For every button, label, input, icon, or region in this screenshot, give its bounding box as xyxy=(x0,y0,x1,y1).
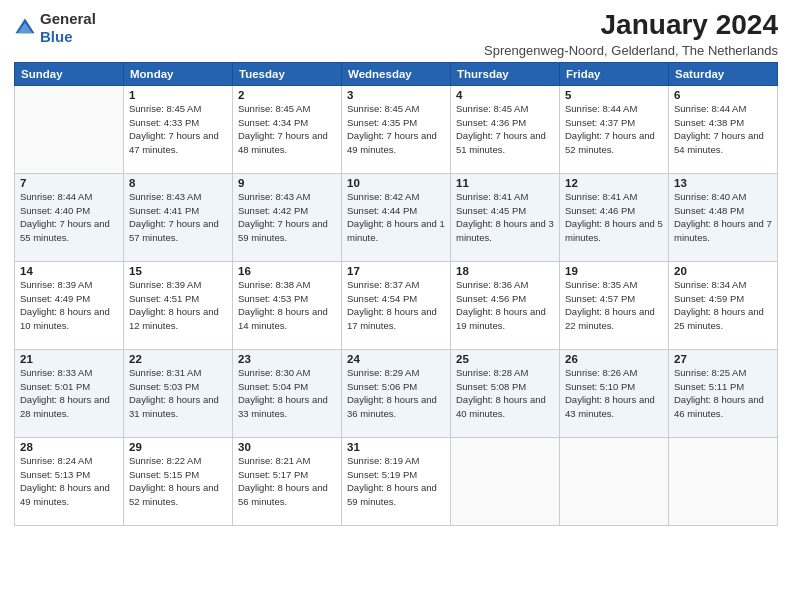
day-info: Sunrise: 8:39 AMSunset: 4:51 PMDaylight:… xyxy=(129,278,227,333)
day-number: 16 xyxy=(238,265,336,277)
day-info: Sunrise: 8:25 AMSunset: 5:11 PMDaylight:… xyxy=(674,366,772,421)
calendar-week-row: 1Sunrise: 8:45 AMSunset: 4:33 PMDaylight… xyxy=(15,85,778,173)
day-number: 6 xyxy=(674,89,772,101)
day-number: 27 xyxy=(674,353,772,365)
weekday-header: Tuesday xyxy=(233,62,342,85)
calendar-cell xyxy=(560,437,669,525)
day-info: Sunrise: 8:31 AMSunset: 5:03 PMDaylight:… xyxy=(129,366,227,421)
calendar-cell: 3Sunrise: 8:45 AMSunset: 4:35 PMDaylight… xyxy=(342,85,451,173)
day-info: Sunrise: 8:44 AMSunset: 4:37 PMDaylight:… xyxy=(565,102,663,157)
calendar-cell: 28Sunrise: 8:24 AMSunset: 5:13 PMDayligh… xyxy=(15,437,124,525)
day-info: Sunrise: 8:28 AMSunset: 5:08 PMDaylight:… xyxy=(456,366,554,421)
day-info: Sunrise: 8:19 AMSunset: 5:19 PMDaylight:… xyxy=(347,454,445,509)
calendar-cell: 8Sunrise: 8:43 AMSunset: 4:41 PMDaylight… xyxy=(124,173,233,261)
day-number: 23 xyxy=(238,353,336,365)
day-info: Sunrise: 8:38 AMSunset: 4:53 PMDaylight:… xyxy=(238,278,336,333)
calendar-cell: 7Sunrise: 8:44 AMSunset: 4:40 PMDaylight… xyxy=(15,173,124,261)
day-number: 28 xyxy=(20,441,118,453)
day-number: 18 xyxy=(456,265,554,277)
day-info: Sunrise: 8:36 AMSunset: 4:56 PMDaylight:… xyxy=(456,278,554,333)
title-block: January 2024 Sprengenweg-Noord, Gelderla… xyxy=(484,10,778,58)
calendar-week-row: 14Sunrise: 8:39 AMSunset: 4:49 PMDayligh… xyxy=(15,261,778,349)
day-info: Sunrise: 8:26 AMSunset: 5:10 PMDaylight:… xyxy=(565,366,663,421)
page-container: General Blue January 2024 Sprengenweg-No… xyxy=(0,0,792,532)
calendar-cell: 13Sunrise: 8:40 AMSunset: 4:48 PMDayligh… xyxy=(669,173,778,261)
calendar-header: SundayMondayTuesdayWednesdayThursdayFrid… xyxy=(15,62,778,85)
calendar-cell: 22Sunrise: 8:31 AMSunset: 5:03 PMDayligh… xyxy=(124,349,233,437)
calendar-body: 1Sunrise: 8:45 AMSunset: 4:33 PMDaylight… xyxy=(15,85,778,525)
day-number: 2 xyxy=(238,89,336,101)
day-number: 13 xyxy=(674,177,772,189)
day-number: 30 xyxy=(238,441,336,453)
calendar-cell: 31Sunrise: 8:19 AMSunset: 5:19 PMDayligh… xyxy=(342,437,451,525)
calendar-week-row: 21Sunrise: 8:33 AMSunset: 5:01 PMDayligh… xyxy=(15,349,778,437)
calendar-cell: 17Sunrise: 8:37 AMSunset: 4:54 PMDayligh… xyxy=(342,261,451,349)
calendar-cell: 9Sunrise: 8:43 AMSunset: 4:42 PMDaylight… xyxy=(233,173,342,261)
calendar-cell: 27Sunrise: 8:25 AMSunset: 5:11 PMDayligh… xyxy=(669,349,778,437)
day-info: Sunrise: 8:22 AMSunset: 5:15 PMDaylight:… xyxy=(129,454,227,509)
day-info: Sunrise: 8:44 AMSunset: 4:38 PMDaylight:… xyxy=(674,102,772,157)
day-number: 22 xyxy=(129,353,227,365)
day-info: Sunrise: 8:33 AMSunset: 5:01 PMDaylight:… xyxy=(20,366,118,421)
logo-text: General Blue xyxy=(40,10,96,46)
day-number: 26 xyxy=(565,353,663,365)
day-number: 31 xyxy=(347,441,445,453)
calendar-cell: 18Sunrise: 8:36 AMSunset: 4:56 PMDayligh… xyxy=(451,261,560,349)
day-number: 1 xyxy=(129,89,227,101)
day-info: Sunrise: 8:45 AMSunset: 4:36 PMDaylight:… xyxy=(456,102,554,157)
day-info: Sunrise: 8:45 AMSunset: 4:34 PMDaylight:… xyxy=(238,102,336,157)
logo-icon xyxy=(14,17,36,39)
calendar-cell: 24Sunrise: 8:29 AMSunset: 5:06 PMDayligh… xyxy=(342,349,451,437)
weekday-header: Thursday xyxy=(451,62,560,85)
day-info: Sunrise: 8:44 AMSunset: 4:40 PMDaylight:… xyxy=(20,190,118,245)
day-info: Sunrise: 8:29 AMSunset: 5:06 PMDaylight:… xyxy=(347,366,445,421)
day-info: Sunrise: 8:45 AMSunset: 4:33 PMDaylight:… xyxy=(129,102,227,157)
day-number: 21 xyxy=(20,353,118,365)
calendar-cell: 21Sunrise: 8:33 AMSunset: 5:01 PMDayligh… xyxy=(15,349,124,437)
weekday-header: Monday xyxy=(124,62,233,85)
day-number: 9 xyxy=(238,177,336,189)
calendar-cell: 19Sunrise: 8:35 AMSunset: 4:57 PMDayligh… xyxy=(560,261,669,349)
calendar-cell: 6Sunrise: 8:44 AMSunset: 4:38 PMDaylight… xyxy=(669,85,778,173)
calendar-cell: 23Sunrise: 8:30 AMSunset: 5:04 PMDayligh… xyxy=(233,349,342,437)
day-number: 4 xyxy=(456,89,554,101)
day-number: 29 xyxy=(129,441,227,453)
calendar-cell: 10Sunrise: 8:42 AMSunset: 4:44 PMDayligh… xyxy=(342,173,451,261)
day-number: 3 xyxy=(347,89,445,101)
weekday-header: Sunday xyxy=(15,62,124,85)
calendar-cell xyxy=(669,437,778,525)
calendar-cell: 12Sunrise: 8:41 AMSunset: 4:46 PMDayligh… xyxy=(560,173,669,261)
day-number: 17 xyxy=(347,265,445,277)
day-number: 14 xyxy=(20,265,118,277)
logo-blue: Blue xyxy=(40,28,73,45)
month-title: January 2024 xyxy=(484,10,778,41)
calendar-cell: 1Sunrise: 8:45 AMSunset: 4:33 PMDaylight… xyxy=(124,85,233,173)
day-number: 25 xyxy=(456,353,554,365)
calendar-cell: 11Sunrise: 8:41 AMSunset: 4:45 PMDayligh… xyxy=(451,173,560,261)
calendar-cell: 20Sunrise: 8:34 AMSunset: 4:59 PMDayligh… xyxy=(669,261,778,349)
day-info: Sunrise: 8:34 AMSunset: 4:59 PMDaylight:… xyxy=(674,278,772,333)
weekday-header: Friday xyxy=(560,62,669,85)
calendar-cell: 2Sunrise: 8:45 AMSunset: 4:34 PMDaylight… xyxy=(233,85,342,173)
day-number: 10 xyxy=(347,177,445,189)
calendar-cell: 29Sunrise: 8:22 AMSunset: 5:15 PMDayligh… xyxy=(124,437,233,525)
calendar-week-row: 28Sunrise: 8:24 AMSunset: 5:13 PMDayligh… xyxy=(15,437,778,525)
calendar-cell xyxy=(15,85,124,173)
day-info: Sunrise: 8:39 AMSunset: 4:49 PMDaylight:… xyxy=(20,278,118,333)
day-info: Sunrise: 8:37 AMSunset: 4:54 PMDaylight:… xyxy=(347,278,445,333)
day-number: 8 xyxy=(129,177,227,189)
day-info: Sunrise: 8:40 AMSunset: 4:48 PMDaylight:… xyxy=(674,190,772,245)
day-number: 7 xyxy=(20,177,118,189)
calendar-cell: 16Sunrise: 8:38 AMSunset: 4:53 PMDayligh… xyxy=(233,261,342,349)
day-number: 5 xyxy=(565,89,663,101)
day-info: Sunrise: 8:43 AMSunset: 4:41 PMDaylight:… xyxy=(129,190,227,245)
calendar-cell: 4Sunrise: 8:45 AMSunset: 4:36 PMDaylight… xyxy=(451,85,560,173)
day-info: Sunrise: 8:41 AMSunset: 4:45 PMDaylight:… xyxy=(456,190,554,245)
logo-general: General xyxy=(40,10,96,27)
day-info: Sunrise: 8:21 AMSunset: 5:17 PMDaylight:… xyxy=(238,454,336,509)
day-number: 24 xyxy=(347,353,445,365)
header: General Blue January 2024 Sprengenweg-No… xyxy=(14,10,778,58)
calendar-cell: 15Sunrise: 8:39 AMSunset: 4:51 PMDayligh… xyxy=(124,261,233,349)
day-info: Sunrise: 8:30 AMSunset: 5:04 PMDaylight:… xyxy=(238,366,336,421)
calendar-table: SundayMondayTuesdayWednesdayThursdayFrid… xyxy=(14,62,778,526)
